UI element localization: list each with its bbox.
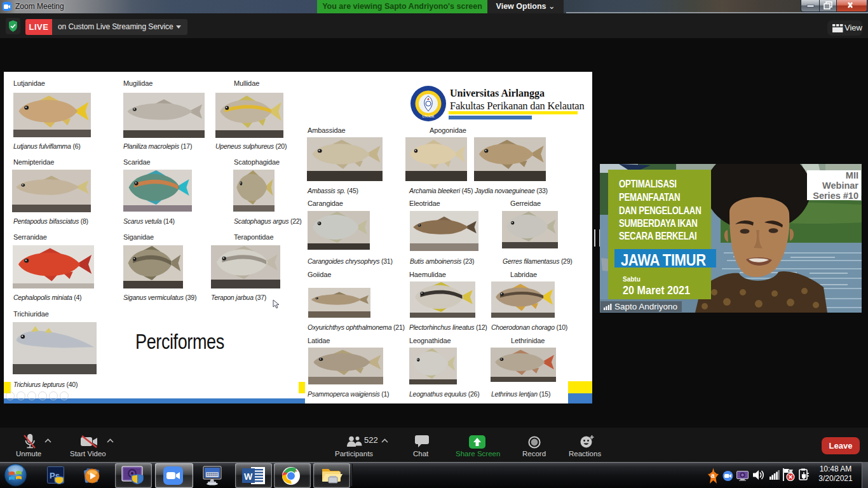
svg-text:UNAIR: UNAIR [423, 114, 435, 118]
svg-text:W: W [244, 471, 253, 482]
svg-text:a: a [711, 472, 715, 479]
